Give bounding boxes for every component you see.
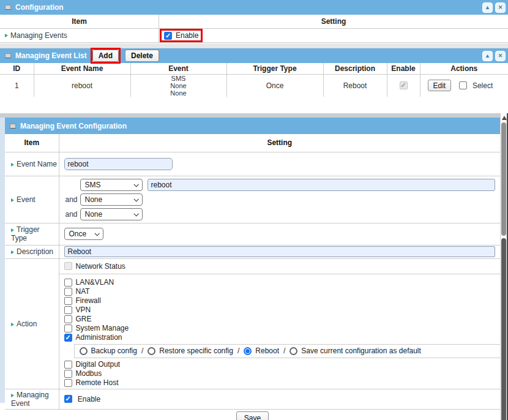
description-row: Description Reboot — [5, 245, 500, 258]
event-label-cell: Event — [5, 176, 59, 223]
modbus-label: Modbus — [76, 369, 102, 378]
and-label: and — [64, 210, 78, 219]
router-config-page: Configuration ▲ ✕ Item Setting Managing … — [0, 0, 508, 420]
chevron-down-icon — [133, 182, 138, 187]
option-separator: / — [283, 347, 285, 355]
panel-icon — [10, 124, 16, 129]
event-and2-value: None — [85, 210, 103, 219]
nat-label: NAT — [76, 287, 90, 296]
delete-button[interactable]: Delete — [125, 50, 159, 62]
digital-output-checkbox[interactable] — [64, 361, 72, 369]
remote-host-checkbox[interactable] — [64, 379, 72, 387]
save-default-radio[interactable] — [289, 347, 297, 355]
scrollbar[interactable] — [500, 113, 508, 420]
description-input[interactable]: Reboot — [64, 246, 496, 257]
event-row: Event SMS reboot and None and — [5, 176, 500, 223]
event-line: SMS — [131, 75, 226, 82]
col-actions: Actions — [420, 63, 508, 74]
save-area: Save — [5, 410, 500, 420]
option-separator: / — [237, 347, 239, 355]
administration-options-row: Backup config / Restore specific config … — [74, 344, 501, 358]
managing-events-enable-checkbox[interactable] — [164, 32, 172, 40]
event-list-title: Managing Event List — [15, 51, 87, 60]
enable-label: Enable — [176, 31, 198, 40]
gre-label: GRE — [76, 315, 92, 323]
managing-event-label: Managing Event — [11, 391, 49, 408]
configuration-title: Configuration — [15, 3, 64, 12]
managing-event-row: Managing Event Enable — [5, 389, 500, 409]
backup-config-radio[interactable] — [80, 347, 88, 355]
select-label: Select — [473, 81, 493, 90]
cell-enable — [387, 74, 420, 97]
edit-button[interactable]: Edit — [428, 80, 452, 91]
scrollbar-thumb[interactable] — [501, 122, 506, 236]
managing-events-label: Managing Events — [10, 31, 67, 40]
col-id: ID — [0, 63, 34, 74]
panel-left-border — [0, 118, 5, 403]
managing-event-enable-checkbox[interactable] — [64, 395, 72, 403]
event-config-panel: Managing Event Configuration Item Settin… — [5, 118, 500, 420]
cell-actions: Edit Select — [420, 74, 508, 97]
restore-config-label: Restore specific config — [159, 347, 233, 355]
reboot-radio[interactable] — [244, 347, 252, 355]
administration-checkbox[interactable] — [64, 334, 72, 342]
reboot-label: Reboot — [255, 347, 279, 355]
vpn-checkbox[interactable] — [64, 306, 72, 314]
event-name-row: Event Name reboot — [5, 152, 500, 176]
event-config-panel-header: Managing Event Configuration — [5, 118, 500, 134]
close-icon[interactable]: ✕ — [495, 2, 506, 13]
digital-output-label: Digital Output — [76, 360, 121, 369]
item-column-header: Item — [5, 134, 59, 152]
config-scroll-region: Managing Event Configuration Item Settin… — [0, 113, 508, 420]
setting-column-header: Setting — [159, 15, 508, 28]
action-label: Action — [17, 320, 37, 328]
cell-event-name: reboot — [34, 74, 130, 97]
nat-checkbox[interactable] — [64, 288, 72, 296]
add-button[interactable]: Add — [92, 50, 119, 62]
system-manage-checkbox[interactable] — [64, 324, 72, 332]
firewall-label: Firewall — [76, 296, 101, 305]
system-manage-label: System Manage — [76, 324, 129, 332]
highlight-box: Enable — [160, 29, 203, 42]
event-value-input[interactable]: reboot — [148, 179, 496, 191]
save-default-label: Save current configuration as default — [301, 347, 420, 355]
save-button[interactable]: Save — [236, 411, 269, 420]
cell-event: SMS None None — [130, 74, 226, 97]
scrollbar-up-arrow-icon[interactable] — [502, 116, 507, 120]
configuration-panel-header: Configuration ▲ ✕ — [0, 0, 508, 15]
event-and1-value: None — [85, 195, 103, 204]
scrollbar-track[interactable] — [501, 238, 506, 420]
row-select-checkbox[interactable] — [459, 81, 467, 89]
col-event: Event — [130, 63, 226, 74]
trigger-type-row: Trigger Type Once — [5, 223, 500, 245]
gre-checkbox[interactable] — [64, 315, 72, 323]
event-label: Event — [17, 195, 35, 204]
trigger-type-value: Once — [69, 230, 87, 238]
event-type-value: SMS — [85, 181, 101, 189]
close-icon[interactable]: ✕ — [495, 51, 506, 61]
table-row: 1 reboot SMS None None Once Reboot Edit … — [0, 74, 508, 97]
description-label-cell: Description — [5, 245, 59, 258]
modbus-checkbox[interactable] — [64, 370, 72, 378]
lan-vlan-checkbox[interactable] — [64, 279, 72, 287]
event-list-header-row: ID Event Name Event Trigger Type Descrip… — [0, 63, 508, 74]
event-list-panel-header: Managing Event List Add Delete ▲ ✕ — [0, 48, 508, 63]
row-arrow-icon — [11, 198, 14, 202]
trigger-type-select[interactable]: Once — [64, 228, 103, 240]
option-separator: / — [141, 347, 143, 355]
firewall-checkbox[interactable] — [64, 297, 72, 305]
restore-config-radio[interactable] — [148, 347, 155, 355]
collapse-button[interactable]: ▲ — [482, 2, 493, 13]
event-name-input[interactable]: reboot — [64, 158, 173, 170]
network-status-label: Network Status — [76, 262, 125, 271]
chevron-down-icon — [133, 197, 138, 201]
collapse-button[interactable]: ▲ — [482, 51, 493, 61]
cell-trigger-type: Once — [226, 74, 323, 97]
row-arrow-icon — [5, 34, 8, 37]
event-and2-select[interactable]: None — [80, 208, 143, 220]
event-type-select[interactable]: SMS — [80, 179, 143, 191]
lan-vlan-label: LAN&VLAN — [76, 278, 114, 287]
event-and1-select[interactable]: None — [80, 193, 143, 206]
highlight-box: Add — [91, 48, 121, 64]
event-config-form: Item Setting Event Name reboot Event — [5, 134, 500, 410]
